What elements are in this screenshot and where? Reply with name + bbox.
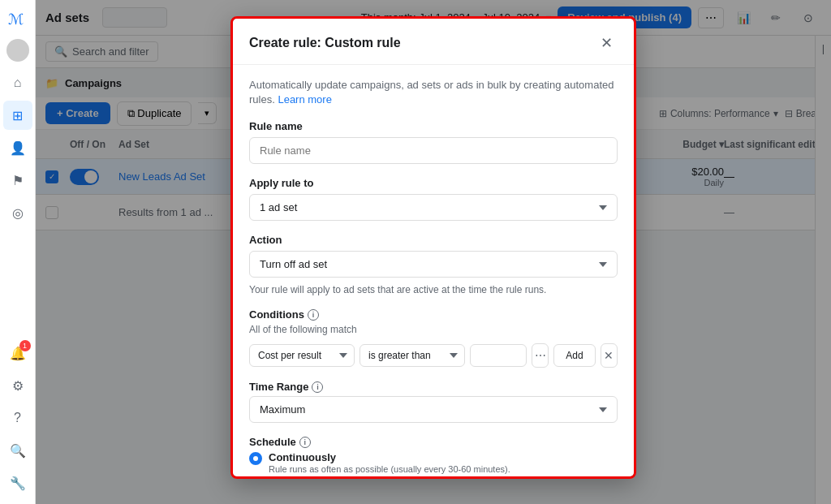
conditions-label: Conditions i (249, 308, 618, 321)
home-icon[interactable]: ⌂ (3, 68, 32, 97)
time-range-select[interactable]: Maximum (249, 396, 618, 423)
schedule-radio-group: Continuously Rule runs as often as possi… (249, 451, 618, 479)
condition-operator-select[interactable]: is greater than (360, 344, 465, 367)
rule-name-group: Rule name (249, 120, 618, 164)
apply-rule-label: Apply rule to (249, 177, 618, 189)
time-range-group: Time Range i Maximum (249, 381, 618, 423)
conditions-group: Conditions i All of the following match … (249, 308, 618, 368)
condition-value-input[interactable] (470, 344, 527, 367)
rule-name-input[interactable] (249, 137, 618, 164)
modal-overlay: Create rule: Custom rule ✕ Automatically… (36, 0, 831, 504)
conditions-info-icon[interactable]: i (308, 309, 319, 321)
create-rule-modal: Create rule: Custom rule ✕ Automatically… (230, 16, 636, 479)
action-label: Action (249, 234, 618, 246)
schedule-group: Schedule i Continuously Rule runs as oft… (249, 436, 618, 479)
action-notice: Your rule will apply to ad sets that are… (249, 284, 618, 295)
question-icon[interactable]: ? (3, 403, 32, 433)
rule-name-label: Rule name (249, 120, 618, 132)
flag-icon[interactable]: ⚑ (3, 166, 32, 195)
condition-remove-button[interactable]: ✕ (601, 343, 618, 368)
modal-description: Automatically update campaigns, ad sets … (249, 78, 618, 107)
main-area: Ad sets This month: Jul 1, 2024 – Jul 10… (36, 0, 831, 504)
conditions-row: Cost per result is greater than ⋯ Add ✕ (249, 343, 618, 368)
notification-icon[interactable]: 🔔 1 (3, 338, 32, 368)
settings-icon[interactable]: ⚙ (3, 371, 32, 400)
schedule-continuously-sub: Rule runs as often as possible (usually … (269, 464, 510, 474)
people-icon[interactable]: 👤 (3, 133, 32, 162)
condition-add-button[interactable]: Add (553, 344, 595, 367)
action-select[interactable]: Turn off ad set (249, 251, 618, 278)
action-group: Action Turn off ad set Your rule will ap… (249, 234, 618, 295)
time-range-info-icon[interactable]: i (312, 381, 323, 393)
schedule-continuously-content: Continuously Rule runs as often as possi… (269, 451, 510, 474)
modal-close-button[interactable]: ✕ (595, 32, 618, 54)
location-icon[interactable]: ◎ (3, 198, 32, 227)
apply-rule-select[interactable]: 1 ad set (249, 194, 618, 221)
schedule-continuously-radio[interactable] (249, 452, 262, 465)
modal-body: Automatically update campaigns, ad sets … (233, 65, 634, 479)
schedule-info-icon[interactable]: i (299, 437, 311, 448)
learn-more-link[interactable]: Learn more (278, 93, 331, 106)
time-range-label: Time Range i (249, 381, 618, 393)
grid-icon[interactable]: ⊞ (3, 101, 32, 130)
user-avatar[interactable] (6, 39, 29, 62)
left-sidebar: ℳ ⌂ ⊞ 👤 ⚑ ◎ 🔔 1 ⚙ ? 🔍 🔧 (0, 0, 36, 504)
conditions-sub: All of the following match (249, 324, 618, 335)
meta-logo: ℳ (5, 6, 31, 32)
tools-icon[interactable]: 🔧 (3, 468, 32, 498)
schedule-continuously-option[interactable]: Continuously Rule runs as often as possi… (249, 451, 618, 474)
condition-more-button[interactable]: ⋯ (532, 343, 549, 368)
svg-text:ℳ: ℳ (8, 11, 24, 28)
modal-header: Create rule: Custom rule ✕ (233, 19, 634, 65)
condition-metric-select[interactable]: Cost per result (249, 344, 355, 367)
schedule-label: Schedule i (249, 436, 618, 448)
schedule-continuously-label: Continuously (269, 451, 510, 463)
notification-badge: 1 (19, 340, 31, 351)
apply-rule-group: Apply rule to 1 ad set (249, 177, 618, 221)
modal-title: Create rule: Custom rule (249, 36, 401, 50)
search-icon[interactable]: 🔍 (3, 436, 32, 465)
